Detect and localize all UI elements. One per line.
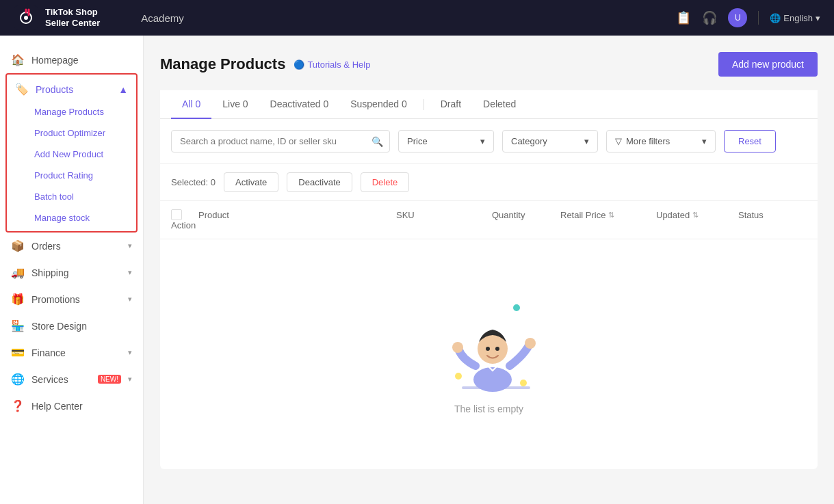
tab-all[interactable]: All 0 — [171, 90, 211, 119]
nav-right-section: 📋 🎧 U 🌐 English ▾ — [676, 8, 820, 27]
sidebar-item-store-design[interactable]: 🏪 Store Design — [0, 313, 143, 339]
academy-link[interactable]: Academy — [141, 12, 184, 24]
chevron-up-icon: ▲ — [118, 84, 128, 95]
services-chevron-icon: ▾ — [128, 375, 132, 384]
price-filter-label: Price — [407, 136, 428, 146]
price-chevron-icon: ▾ — [480, 136, 485, 146]
tab-draft-label: Draft — [441, 98, 461, 109]
tab-draft[interactable]: Draft — [430, 90, 472, 119]
table-header-status: Status — [738, 209, 807, 220]
select-all-checkbox[interactable] — [171, 209, 182, 220]
batch-tool-label: Batch tool — [34, 191, 74, 202]
orders-label: Orders — [31, 241, 121, 252]
services-label: Services — [31, 374, 88, 385]
delete-button[interactable]: Delete — [361, 172, 410, 192]
sidebar-item-help-center[interactable]: ❓ Help Center — [0, 393, 143, 419]
add-new-product-button[interactable]: Add new product — [718, 52, 818, 77]
sidebar-item-orders[interactable]: 📦 Orders ▾ — [0, 233, 143, 259]
empty-illustration — [428, 294, 551, 403]
search-input[interactable] — [171, 130, 390, 152]
price-filter-dropdown[interactable]: Price ▾ — [398, 130, 494, 152]
retail-price-header-label: Retail Price — [560, 210, 605, 220]
products-table-container: All 0 Live 0 Deactivated 0 Suspended 0 D… — [160, 90, 818, 469]
tab-suspended[interactable]: Suspended 0 — [339, 90, 418, 119]
table-header-product: Product — [198, 209, 396, 220]
svg-point-11 — [486, 347, 490, 351]
table-header-retail-price[interactable]: Retail Price ⇅ — [560, 209, 656, 220]
sidebar-item-homepage[interactable]: 🏠 Homepage — [0, 47, 143, 73]
sidebar-item-manage-stock[interactable]: Manage stock — [7, 207, 136, 228]
manage-stock-label: Manage stock — [34, 213, 90, 223]
sidebar-item-product-rating[interactable]: Product Rating — [7, 165, 136, 186]
sidebar-item-batch-tool[interactable]: Batch tool — [7, 186, 136, 207]
add-new-product-label: Add New Product — [34, 149, 103, 159]
sidebar-item-product-optimizer[interactable]: Product Optimizer — [7, 122, 136, 144]
tab-suspended-label: Suspended 0 — [350, 98, 407, 109]
chevron-down-icon: ▾ — [816, 13, 820, 23]
more-filters-button[interactable]: ▽ More filters ▾ — [606, 130, 716, 152]
notifications-icon[interactable]: 📋 — [676, 10, 691, 25]
more-filters-chevron-icon: ▾ — [702, 136, 707, 146]
main-layout: 🏠 Homepage 🏷️ Products ▲ Manage Products… — [0, 36, 834, 504]
services-new-badge: NEW! — [98, 375, 121, 384]
table-header: Product SKU Quantity Retail Price ⇅ Upda… — [160, 201, 818, 239]
reset-button[interactable]: Reset — [724, 130, 776, 152]
tutorials-help-link[interactable]: 🔵 Tutorials & Help — [294, 59, 370, 70]
filter-bar: 🔍 Price ▾ Category ▾ ▽ More filters ▾ — [160, 119, 818, 164]
top-navigation: TikTok Shop Seller Center Academy 📋 🎧 U … — [0, 0, 834, 36]
retail-price-sort-icon: ⇅ — [608, 211, 614, 220]
tab-divider — [423, 99, 424, 110]
tiktok-logo-icon — [14, 5, 38, 30]
activate-button[interactable]: Activate — [224, 172, 278, 192]
svg-point-12 — [495, 347, 499, 351]
sidebar-item-services[interactable]: 🌐 Services NEW! ▾ — [0, 366, 143, 393]
tab-all-label: All 0 — [182, 98, 200, 109]
sidebar-item-finance[interactable]: 💳 Finance ▾ — [0, 339, 143, 366]
logo[interactable]: TikTok Shop Seller Center — [14, 5, 100, 30]
sidebar-item-manage-products[interactable]: Manage Products — [7, 101, 136, 122]
table-header-updated[interactable]: Updated ⇅ — [656, 209, 738, 220]
action-header-label: Action — [171, 220, 196, 230]
tab-deleted[interactable]: Deleted — [472, 90, 527, 119]
finance-chevron-icon: ▾ — [128, 348, 132, 357]
tab-live[interactable]: Live 0 — [211, 90, 259, 119]
globe-icon: 🌐 — [770, 13, 781, 23]
category-filter-label: Category — [511, 136, 547, 146]
product-rating-label: Product Rating — [34, 170, 93, 181]
sidebar-homepage-label: Homepage — [31, 55, 132, 66]
orders-chevron-icon: ▾ — [128, 241, 132, 250]
sidebar-item-products[interactable]: 🏷️ Products ▲ — [7, 77, 136, 101]
headset-icon[interactable]: 🎧 — [702, 10, 717, 25]
deactivate-button[interactable]: Deactivate — [287, 172, 352, 192]
category-filter-dropdown[interactable]: Category ▾ — [502, 130, 598, 152]
selected-label: Selected: 0 — [171, 177, 216, 187]
tab-deactivated[interactable]: Deactivated 0 — [259, 90, 340, 119]
sidebar-item-add-new-product[interactable]: Add New Product — [7, 144, 136, 165]
avatar[interactable]: U — [728, 8, 747, 27]
product-header-label: Product — [198, 210, 229, 220]
tab-deleted-label: Deleted — [483, 98, 516, 109]
status-header-label: Status — [738, 210, 764, 220]
sku-header-label: SKU — [396, 210, 415, 220]
shipping-chevron-icon: ▾ — [128, 268, 132, 277]
manage-products-label: Manage Products — [34, 107, 104, 117]
store-design-label: Store Design — [31, 321, 132, 332]
page-header: Manage Products 🔵 Tutorials & Help Add n… — [160, 52, 818, 77]
svg-point-14 — [525, 338, 536, 349]
quantity-header-label: Quantity — [492, 210, 525, 220]
svg-point-6 — [455, 373, 462, 380]
table-header-sku: SKU — [396, 209, 492, 220]
language-label: English — [783, 13, 813, 23]
tab-deactivated-label: Deactivated 0 — [270, 98, 329, 109]
products-section: 🏷️ Products ▲ Manage Products Product Op… — [5, 73, 138, 233]
sidebar-item-promotions[interactable]: 🎁 Promotions ▾ — [0, 286, 143, 313]
sidebar-item-shipping[interactable]: 🚚 Shipping ▾ — [0, 259, 143, 286]
svg-point-5 — [513, 304, 520, 311]
action-bar: Selected: 0 Activate Deactivate Delete — [160, 164, 818, 201]
language-selector[interactable]: 🌐 English ▾ — [770, 13, 820, 23]
products-icon: 🏷️ — [15, 83, 29, 96]
svg-point-2 — [24, 16, 28, 20]
orders-icon: 📦 — [11, 239, 25, 252]
tab-live-label: Live 0 — [222, 98, 248, 109]
home-icon: 🏠 — [11, 53, 25, 66]
